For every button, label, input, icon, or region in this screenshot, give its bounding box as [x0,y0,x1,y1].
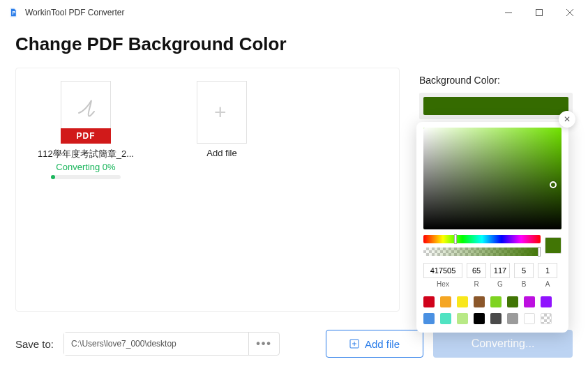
preset-colors [423,296,561,324]
preset-swatch[interactable] [440,296,451,307]
plus-icon: + [214,105,227,119]
preset-swatch[interactable] [457,313,468,324]
alpha-slider[interactable] [423,248,541,256]
background-swatch-button[interactable] [419,93,573,119]
add-file-plus-icon [349,339,359,349]
g-label: G [497,280,503,288]
add-file-tile-label: Add file [183,148,260,158]
preset-swatch[interactable] [507,296,518,307]
save-to-label: Save to: [15,338,54,350]
progress-bar [51,175,121,179]
a-label: A [545,280,550,288]
preset-swatch[interactable] [474,296,485,307]
preset-swatch[interactable] [490,313,502,324]
app-logo-icon: P [7,6,20,19]
file-status: Converting 0% [30,162,142,172]
save-path-field: ••• [63,332,280,356]
g-input[interactable] [490,263,510,278]
file-tile[interactable]: PDF 112學年度考試簡章_2... Converting 0% [30,81,142,179]
pdf-file-icon: PDF [61,81,111,144]
saturation-value-panel[interactable] [423,128,561,229]
preset-swatch[interactable] [440,313,451,324]
file-name: 112學年度考試簡章_2... [30,148,142,160]
save-path-input[interactable] [64,333,248,355]
color-picker-close-button[interactable]: ✕ [559,111,575,128]
maximize-button[interactable] [524,2,555,23]
sv-cursor[interactable] [550,181,557,188]
hue-slider[interactable] [423,235,541,243]
add-file-button-label: Add file [365,338,400,350]
preset-swatch[interactable] [423,313,435,324]
preset-swatch[interactable] [524,313,535,324]
preset-swatch[interactable] [490,296,502,307]
a-input[interactable] [538,263,557,278]
color-picker: ✕ Hex R G B A [416,122,568,333]
alpha-thumb[interactable] [538,247,541,257]
minimize-button[interactable] [493,2,524,23]
preset-swatch[interactable] [524,296,535,307]
titlebar: P WorkinTool PDF Converter [0,0,588,25]
preset-swatch[interactable] [457,296,468,307]
pdf-badge: PDF [61,128,111,144]
preset-swatch[interactable] [541,296,552,307]
b-input[interactable] [514,263,534,278]
close-button[interactable] [555,2,585,23]
preset-swatch[interactable] [474,313,485,324]
svg-rect-2 [536,10,543,16]
preset-swatch[interactable] [541,313,552,324]
file-panel: PDF 112學年度考試簡章_2... Converting 0% + Add … [15,68,400,312]
background-color-label: Background Color: [419,75,573,86]
add-file-tile[interactable]: + Add file [183,81,260,158]
add-file-button[interactable]: Add file [326,330,423,358]
hex-label: Hex [437,280,449,288]
hex-input[interactable] [423,263,462,278]
window-title: WorkinTool PDF Converter [25,8,493,17]
convert-button[interactable]: Converting... [433,330,573,358]
page-title: Change PDF Background Color [0,25,588,68]
color-preview-swatch [545,237,561,254]
background-swatch [423,97,568,115]
b-label: B [522,280,527,288]
save-path-menu-button[interactable]: ••• [248,333,279,355]
bottom-bar: Save to: ••• Add file Converting... [15,330,573,358]
r-label: R [474,280,478,288]
preset-swatch[interactable] [423,296,435,307]
preset-swatch[interactable] [507,313,518,324]
convert-button-label: Converting... [472,337,535,350]
r-input[interactable] [467,263,486,278]
hue-thumb[interactable] [454,234,457,244]
svg-text:P: P [13,10,16,15]
